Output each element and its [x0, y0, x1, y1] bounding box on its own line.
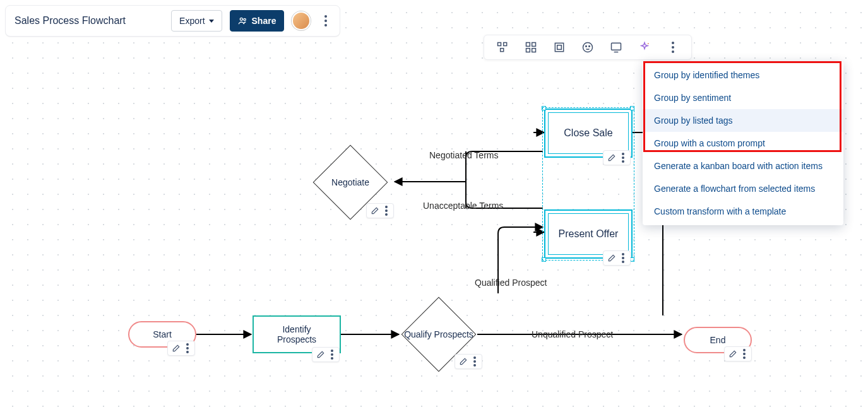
- color-icon[interactable]: [580, 40, 595, 55]
- export-label: Export: [179, 16, 205, 26]
- frame-icon[interactable]: [552, 40, 567, 55]
- tidy-icon[interactable]: [495, 40, 510, 55]
- node-more-icon[interactable]: [620, 253, 626, 263]
- node-qualify-label: Qualify Prospects: [401, 329, 477, 339]
- node-identify-label: Identify Prospects: [265, 324, 328, 344]
- edge-qualified-prospect: Qualified Prospect: [475, 278, 547, 288]
- topbar-more-button[interactable]: [318, 15, 333, 26]
- selection-handle[interactable]: [542, 106, 546, 110]
- menu-item-tags[interactable]: Group by listed tags: [643, 109, 843, 132]
- edit-icon[interactable]: [172, 344, 181, 353]
- svg-point-6: [240, 18, 242, 20]
- node-identify-tools[interactable]: [312, 347, 340, 362]
- edit-icon[interactable]: [607, 254, 616, 262]
- svg-rect-11: [526, 43, 530, 47]
- edit-icon[interactable]: [728, 349, 737, 358]
- node-close-label: Close Sale: [545, 110, 631, 156]
- selection-handle[interactable]: [630, 106, 634, 110]
- grid-group-icon[interactable]: [523, 40, 538, 55]
- edit-icon[interactable]: [316, 350, 325, 359]
- ai-actions-menu: Group by identified themes Group by sent…: [643, 61, 843, 225]
- menu-item-flowchart[interactable]: Generate a flowchart from selected items: [643, 177, 843, 200]
- topbar: Sales Process Flowchart Export Share: [5, 5, 340, 37]
- menu-item-themes[interactable]: Group by identified themes: [643, 64, 843, 86]
- svg-rect-20: [612, 43, 621, 50]
- node-negotiate-label: Negotiate: [312, 177, 388, 187]
- node-end-tools[interactable]: [724, 346, 752, 361]
- svg-point-17: [583, 43, 592, 52]
- svg-point-7: [244, 18, 246, 20]
- svg-point-18: [586, 46, 587, 47]
- node-start-label: Start: [153, 329, 172, 339]
- share-label: Share: [252, 16, 276, 26]
- export-button[interactable]: Export: [171, 10, 222, 32]
- edge-unqualified-prospect: Unqualified Prospect: [532, 329, 613, 339]
- svg-point-19: [589, 46, 590, 47]
- node-more-icon[interactable]: [383, 206, 389, 216]
- share-button[interactable]: Share: [230, 10, 285, 32]
- svg-rect-12: [532, 43, 535, 47]
- toolbar-more-button[interactable]: [665, 42, 681, 53]
- sparkle-icon[interactable]: [637, 40, 652, 55]
- edge-negotiated-terms: Negotiated Terms: [429, 150, 498, 160]
- selection-handle[interactable]: [542, 257, 546, 262]
- node-end-label: End: [710, 335, 726, 345]
- svg-rect-16: [557, 45, 562, 50]
- node-negotiate-tools[interactable]: [366, 203, 394, 218]
- svg-rect-10: [500, 49, 503, 52]
- edit-icon[interactable]: [459, 357, 468, 366]
- menu-item-kanban[interactable]: Generate a kanban board with action item…: [643, 155, 843, 177]
- node-more-icon[interactable]: [329, 349, 335, 360]
- selection-toolbar: [484, 35, 692, 60]
- edit-icon[interactable]: [371, 206, 379, 215]
- edge-unacceptable-terms: Unacceptable Terms: [423, 201, 503, 211]
- node-start-tools[interactable]: [167, 341, 195, 356]
- menu-item-template[interactable]: Custom transform with a template: [643, 200, 843, 223]
- node-present-tools[interactable]: [603, 250, 631, 266]
- node-more-icon[interactable]: [184, 343, 191, 353]
- chevron-down-icon: [209, 20, 214, 23]
- node-more-icon[interactable]: [620, 153, 626, 163]
- edit-icon[interactable]: [607, 153, 616, 162]
- node-close-tools[interactable]: [603, 150, 631, 165]
- svg-point-21: [648, 43, 649, 44]
- menu-item-custom-prompt[interactable]: Group with a custom prompt: [643, 132, 843, 155]
- node-more-icon[interactable]: [741, 349, 747, 359]
- svg-rect-13: [526, 49, 530, 52]
- svg-rect-14: [532, 49, 535, 52]
- svg-rect-9: [503, 43, 506, 46]
- node-qualify-tools[interactable]: [455, 354, 482, 369]
- svg-rect-8: [497, 43, 501, 46]
- presentation-icon[interactable]: [609, 40, 624, 55]
- page-title: Sales Process Flowchart: [15, 15, 126, 26]
- people-icon: [238, 16, 248, 26]
- menu-item-sentiment[interactable]: Group by sentiment: [643, 86, 843, 109]
- avatar[interactable]: [292, 11, 311, 30]
- selection-handle[interactable]: [630, 257, 634, 262]
- svg-rect-15: [555, 43, 563, 51]
- node-more-icon[interactable]: [472, 356, 478, 367]
